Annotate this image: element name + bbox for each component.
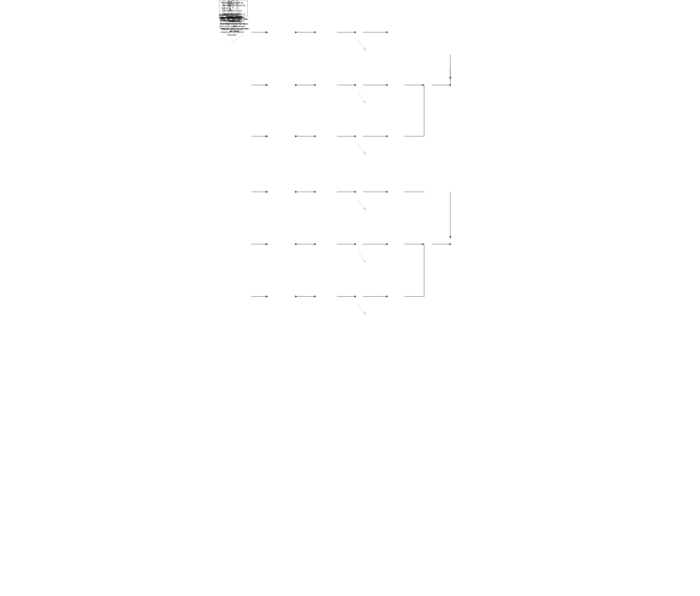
diagram-canvas: Department X Legal Department xyxy=(219,0,481,480)
svg-line-318 xyxy=(230,9,232,11)
svg-line-23 xyxy=(358,144,365,154)
svg-line-44 xyxy=(358,305,365,314)
svg-line-36 xyxy=(358,252,365,262)
pm-row6-node: Project Manager(Project "Online Shop") xyxy=(219,0,242,19)
svg-line-317 xyxy=(229,9,230,11)
svg-point-314 xyxy=(229,1,232,4)
svg-line-7 xyxy=(358,40,365,50)
arrows-overlay xyxy=(219,0,481,480)
svg-line-15 xyxy=(358,93,365,103)
svg-line-30 xyxy=(358,200,365,210)
